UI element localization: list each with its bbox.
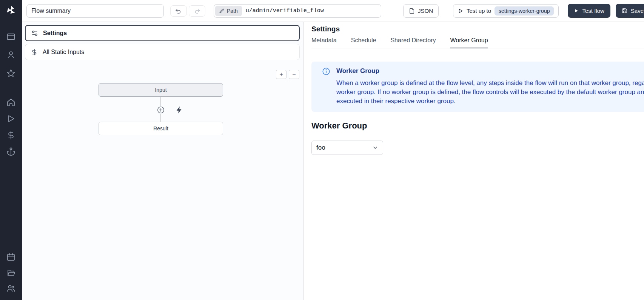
home-icon	[6, 98, 15, 107]
settings-panel: Settings Metadata Schedule Shared Direct…	[304, 22, 644, 300]
result-node-label: Result	[153, 125, 168, 131]
chevron-down-icon	[372, 145, 378, 151]
sliders-icon	[31, 30, 38, 37]
zoom-out-button[interactable]: −	[289, 70, 299, 79]
trigger-button[interactable]	[175, 106, 183, 114]
bolt-icon	[175, 106, 183, 114]
file-json-icon	[409, 8, 415, 14]
info-icon	[322, 67, 330, 76]
sidebar-item-apps[interactable]	[6, 32, 15, 41]
save-draft-button[interactable]: Save draft	[616, 4, 644, 18]
topbar: Path JSON Test up to settings-worker-gro…	[22, 0, 644, 22]
play-filled-icon	[574, 8, 579, 13]
sidebar-item-home[interactable]	[6, 98, 15, 107]
user-icon	[6, 50, 15, 59]
anchor-icon	[6, 147, 15, 156]
pencil-icon	[219, 8, 224, 13]
worker-group-info-box: Worker Group When a worker group is defi…	[311, 62, 644, 112]
redo-button[interactable]	[189, 5, 205, 17]
users-icon	[6, 284, 15, 293]
test-flow-label: Test flow	[582, 8, 604, 14]
sidebar-item-resources[interactable]	[6, 147, 15, 156]
tab-worker-group[interactable]: Worker Group	[450, 37, 488, 48]
tab-metadata[interactable]: Metadata	[311, 37, 337, 48]
worker-group-select-value: foo	[316, 144, 325, 152]
star-icon	[6, 69, 15, 78]
windmill-logo[interactable]	[6, 5, 16, 15]
sidebar-item-user[interactable]	[6, 50, 15, 59]
redo-icon	[194, 8, 200, 14]
sidebar-item-runs[interactable]	[6, 114, 15, 123]
play-outline-icon	[458, 8, 463, 14]
play-icon	[6, 114, 15, 123]
static-inputs-item[interactable]: All Static Inputs	[25, 44, 300, 60]
json-button-label: JSON	[418, 8, 433, 14]
sidebar-item-folders[interactable]	[6, 268, 15, 277]
app-root: Path JSON Test up to settings-worker-gro…	[0, 0, 644, 300]
flow-editor: Settings All Static Inputs + − Input	[22, 22, 304, 300]
save-draft-label: Save draft	[631, 8, 644, 14]
test-flow-button[interactable]: Test flow	[568, 4, 610, 18]
static-inputs-label: All Static Inputs	[43, 49, 84, 56]
tab-shared-directory[interactable]: Shared Directory	[390, 37, 436, 48]
add-step-button[interactable]	[157, 106, 165, 114]
flow-summary-input[interactable]	[26, 4, 164, 18]
flow-settings-label: Settings	[43, 30, 67, 37]
worker-group-heading: Worker Group	[311, 121, 367, 131]
undo-icon	[175, 8, 182, 14]
app-window-icon	[6, 32, 15, 41]
path-label: Path	[227, 8, 238, 14]
path-field: Path	[214, 4, 381, 18]
dollar-icon	[6, 131, 15, 140]
json-button[interactable]: JSON	[403, 4, 439, 18]
test-up-to-button[interactable]: Test up to settings-worker-group	[453, 4, 559, 18]
folder-icon	[6, 268, 15, 277]
dollar-icon	[31, 49, 38, 56]
sidebar-item-variables[interactable]	[6, 131, 15, 140]
settings-panel-title: Settings	[311, 25, 340, 33]
test-up-to-label: Test up to	[467, 8, 491, 14]
calendar-icon	[6, 252, 15, 261]
flow-settings-item[interactable]: Settings	[25, 25, 300, 41]
worker-group-select[interactable]: foo	[311, 141, 383, 155]
sidebar	[0, 0, 22, 300]
path-input[interactable]	[242, 8, 380, 14]
sidebar-item-favorites[interactable]	[6, 69, 15, 78]
undo-button[interactable]	[170, 5, 187, 17]
sidebar-item-groups[interactable]	[6, 284, 15, 293]
input-node-label: Input	[155, 87, 166, 93]
circle-plus-icon	[157, 106, 165, 114]
input-node[interactable]: Input	[99, 83, 223, 97]
tab-schedule[interactable]: Schedule	[351, 37, 376, 48]
worker-group-badge: settings-worker-group	[495, 6, 554, 15]
info-box-title: Worker Group	[336, 67, 379, 75]
result-node[interactable]: Result	[99, 122, 223, 135]
path-edit-button[interactable]: Path	[215, 6, 242, 16]
save-icon	[622, 8, 627, 14]
windmill-logo-icon	[6, 5, 16, 15]
settings-tabs: Metadata Schedule Shared Directory Worke…	[311, 37, 644, 48]
zoom-in-button[interactable]: +	[276, 70, 287, 79]
info-box-body: When a worker group is defined at the fl…	[336, 79, 644, 106]
sidebar-item-schedules[interactable]	[6, 252, 15, 261]
